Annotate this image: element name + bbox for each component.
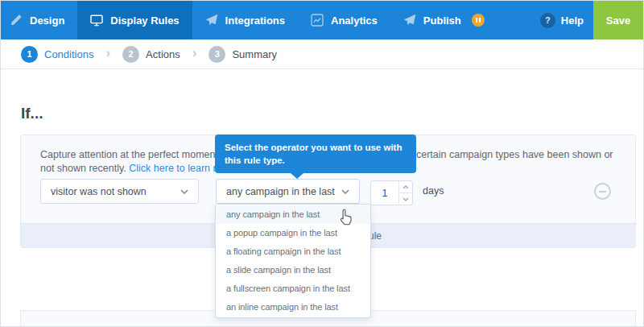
chevron-right-icon: › <box>105 45 110 61</box>
tab-label: Integrations <box>225 14 285 27</box>
step-label: Summary <box>232 48 277 60</box>
tab-analytics[interactable]: Analytics <box>298 1 390 39</box>
page-title: If... <box>21 105 43 122</box>
dropdown-option[interactable]: a fullscreen campaign in the last <box>216 279 370 298</box>
display-icon <box>90 14 103 27</box>
dropdown-option[interactable]: an inline campaign in the last <box>216 298 370 317</box>
amount-input-group <box>370 180 413 205</box>
pause-icon <box>472 14 485 27</box>
dropdown-option[interactable]: a slide campaign in the last <box>216 261 370 279</box>
step-number: 2 <box>122 46 139 63</box>
tab-label: Analytics <box>331 14 378 27</box>
steps-breadcrumb: 1 Conditions › 2 Actions › 3 Summary <box>1 39 643 69</box>
tab-label: Display Rules <box>110 14 179 27</box>
step-actions[interactable]: 2 Actions <box>122 46 180 63</box>
operator-tooltip: Select the operator you want to use with… <box>215 135 416 173</box>
step-number: 1 <box>21 46 38 63</box>
chevron-down-icon <box>180 189 188 194</box>
amount-input[interactable] <box>371 181 398 205</box>
tab-display-rules[interactable]: Display Rules <box>77 1 192 39</box>
step-label: Actions <box>146 48 180 60</box>
tab-label: Design <box>30 14 64 27</box>
tab-design[interactable]: Design <box>1 1 77 39</box>
rule-subject-value: visitor was not shown <box>51 186 147 197</box>
cursor-hand-icon <box>340 209 353 229</box>
save-button[interactable]: Save <box>593 1 643 39</box>
minus-icon <box>599 191 606 192</box>
rule-subject-select[interactable]: visitor was not shown <box>40 179 199 204</box>
help-button[interactable]: ? Help <box>540 1 584 39</box>
rule-operator-value: any campaign in the last <box>226 186 335 197</box>
line-chart-icon <box>311 14 324 27</box>
unit-label: days <box>423 185 444 197</box>
paper-plane-icon <box>205 14 218 27</box>
number-steppers <box>398 181 412 205</box>
topbar-spacer <box>497 1 540 39</box>
help-label: Help <box>561 14 584 27</box>
dropdown-option[interactable]: a floating campaign in the last <box>216 242 370 261</box>
chevron-right-icon: › <box>192 45 197 61</box>
pencil-icon <box>10 14 23 27</box>
step-conditions[interactable]: 1 Conditions <box>21 46 93 63</box>
question-icon: ? <box>540 13 555 28</box>
top-navigation: Design Display Rules Integrations Analyt… <box>1 1 643 39</box>
paper-plane-icon <box>403 14 416 27</box>
tab-publish[interactable]: Publish <box>390 1 497 39</box>
step-number: 3 <box>208 46 225 63</box>
stepper-down-icon[interactable] <box>399 193 412 205</box>
tab-integrations[interactable]: Integrations <box>192 1 298 39</box>
chevron-down-icon <box>341 189 349 194</box>
step-summary[interactable]: 3 Summary <box>208 46 277 63</box>
step-label: Conditions <box>44 48 93 60</box>
stepper-up-icon[interactable] <box>399 181 412 193</box>
remove-rule-button[interactable] <box>594 183 611 200</box>
tab-label: Publish <box>423 14 461 27</box>
rule-operator-select[interactable]: any campaign in the last <box>216 179 360 204</box>
